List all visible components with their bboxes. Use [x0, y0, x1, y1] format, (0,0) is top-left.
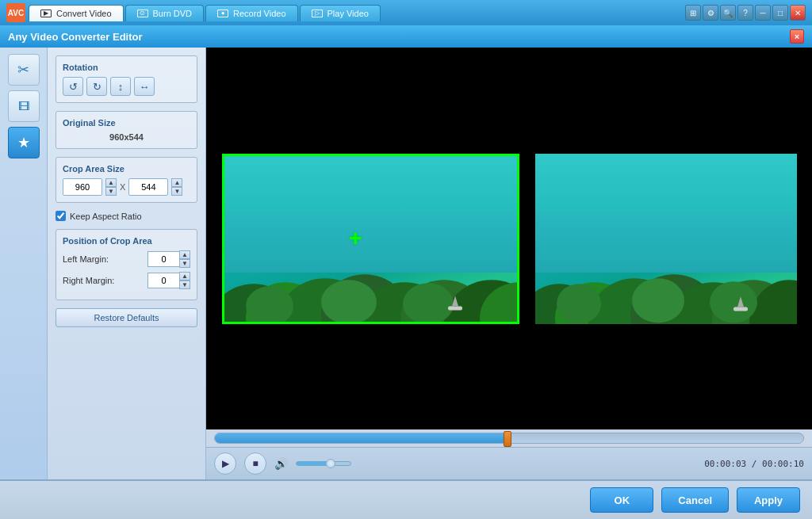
toolbar-btn-2[interactable]: ⚙ [703, 5, 718, 21]
flip-horizontal-button[interactable]: ↔ [134, 77, 155, 96]
keep-aspect-label: Keep Aspect Ratio [70, 212, 142, 221]
burn-dvd-icon: ⊙ [137, 10, 148, 17]
preview-area: + [206, 48, 812, 479]
rotation-buttons: ↺ ↻ ↕ ↔ [63, 77, 190, 96]
bottom-bar: OK Cancel Apply [0, 479, 812, 519]
sidebar-icon-scissors[interactable]: ✂ [8, 54, 40, 86]
crop-area-label: Crop Area Size [63, 164, 190, 174]
volume-slider[interactable] [296, 461, 351, 466]
title-tabs: ▶ Convert Video ⊙ Burn DVD ● Record Vide… [29, 5, 682, 21]
play-button[interactable]: ▶ [214, 452, 236, 475]
tab-play-video[interactable]: ▷ Play Video [300, 5, 381, 21]
scrubber-fill [215, 433, 509, 443]
controls-bar: ▶ ■ 🔊 00:00:03 / 00:00:10 [206, 447, 812, 479]
right-margin-input-group: ▲ ▼ [147, 272, 190, 289]
keep-aspect-row: Keep Aspect Ratio [56, 211, 197, 221]
rotate-left-button[interactable]: ↺ [63, 77, 83, 96]
original-size-group: Original Size 960x544 [56, 111, 197, 149]
left-margin-row: Left Margin: ▲ ▼ [63, 250, 190, 268]
scrubber-thumb[interactable] [504, 431, 511, 447]
title-bar: AVC ▶ Convert Video ⊙ Burn DVD ● Record … [0, 0, 812, 25]
sidebar-icon-film[interactable]: 🎞 [8, 90, 40, 122]
left-margin-up[interactable]: ▲ [179, 250, 190, 259]
svg-point-20 [557, 284, 601, 323]
video-preview: + [206, 48, 812, 429]
toolbar-btn-3[interactable]: 🔍 [720, 5, 736, 21]
rotation-group: Rotation ↺ ↻ ↕ ↔ [56, 55, 197, 103]
right-margin-up[interactable]: ▲ [179, 272, 190, 280]
crop-height-input[interactable] [128, 178, 168, 196]
original-size-value: 960x544 [63, 132, 190, 142]
crop-height-down[interactable]: ▼ [171, 187, 182, 196]
crop-width-up[interactable]: ▲ [105, 178, 117, 187]
right-margin-down[interactable]: ▼ [179, 280, 190, 289]
minimize-button[interactable]: ─ [755, 5, 771, 21]
crop-area-inputs: ▲ ▼ X ▲ ▼ [63, 178, 190, 196]
record-video-icon: ● [217, 10, 228, 17]
left-margin-spinner[interactable]: ▲ ▼ [179, 250, 190, 268]
restore-defaults-button[interactable]: Restore Defaults [56, 308, 197, 327]
settings-panel: Rotation ↺ ↻ ↕ ↔ Original Size 960x544 C… [48, 48, 206, 479]
right-margin-label: Right Margin: [63, 276, 126, 285]
window-controls: ⊞ ⚙ 🔍 ? ─ □ ✕ [685, 5, 806, 21]
crop-x-separator: X [120, 182, 125, 192]
left-margin-label: Left Margin: [63, 254, 126, 264]
right-margin-row: Right Margin: ▲ ▼ [63, 272, 190, 289]
toolbar-btn-4[interactable]: ? [737, 5, 753, 21]
dialog-close-button[interactable]: × [790, 29, 804, 44]
ok-button[interactable]: OK [590, 487, 653, 513]
preview-right [535, 154, 797, 324]
play-video-icon: ▷ [312, 10, 323, 17]
flip-vertical-button[interactable]: ↕ [110, 77, 131, 96]
preview-frame-left: + [222, 154, 519, 324]
close-window-button[interactable]: ✕ [790, 5, 806, 21]
scrubber-area [206, 429, 812, 447]
stop-button[interactable]: ■ [244, 452, 266, 475]
crop-area-group: Crop Area Size ▲ ▼ X ▲ ▼ [56, 157, 197, 203]
dialog-title-bar: Any Video Converter Editor × [0, 25, 812, 48]
preview-frame-right [535, 154, 797, 324]
left-margin-down[interactable]: ▼ [179, 259, 190, 268]
trees-svg-right [535, 239, 797, 324]
dialog-title-text: Any Video Converter Editor [8, 31, 143, 43]
convert-video-icon: ▶ [40, 10, 52, 17]
app-logo: AVC [6, 3, 25, 22]
position-group: Position of Crop Area Left Margin: ▲ ▼ R… [56, 229, 197, 300]
crop-crosshair: + [349, 226, 362, 251]
right-margin-input[interactable] [147, 273, 179, 288]
maximize-button[interactable]: □ [772, 5, 788, 21]
apply-button[interactable]: Apply [737, 487, 800, 513]
svg-point-21 [632, 278, 684, 322]
original-size-label: Original Size [63, 118, 190, 128]
position-label: Position of Crop Area [63, 236, 190, 246]
tab-record-video[interactable]: ● Record Video [205, 5, 297, 21]
left-sidebar: ✂ 🎞 ★ [0, 48, 48, 479]
tab-convert-video[interactable]: ▶ Convert Video [29, 5, 124, 21]
crop-width-input[interactable] [63, 178, 102, 196]
svg-point-22 [710, 281, 757, 322]
time-display: 00:00:03 / 00:00:10 [704, 459, 804, 469]
left-margin-input-group: ▲ ▼ [147, 250, 190, 268]
crop-width-spinner[interactable]: ▲ ▼ [105, 178, 117, 196]
scrubber-track[interactable] [214, 433, 804, 444]
rotation-label: Rotation [63, 63, 190, 72]
toolbar-btn-1[interactable]: ⊞ [685, 5, 701, 21]
keep-aspect-checkbox[interactable] [56, 211, 66, 221]
crop-width-down[interactable]: ▼ [105, 187, 117, 196]
right-margin-spinner[interactable]: ▲ ▼ [179, 272, 190, 289]
content-area: ✂ 🎞 ★ Rotation ↺ ↻ ↕ ↔ Original Size 960… [0, 48, 812, 479]
rotate-right-button[interactable]: ↻ [86, 77, 107, 96]
main-window: Any Video Converter Editor × ✂ 🎞 ★ Rotat… [0, 25, 812, 519]
left-margin-input[interactable] [147, 251, 179, 267]
volume-icon: 🔊 [274, 457, 288, 470]
tab-burn-dvd[interactable]: ⊙ Burn DVD [125, 5, 205, 21]
svg-rect-23 [733, 307, 748, 311]
volume-thumb[interactable] [326, 459, 335, 468]
crop-height-up[interactable]: ▲ [171, 178, 182, 187]
sidebar-icon-effects[interactable]: ★ [8, 127, 40, 158]
preview-left: + [222, 154, 519, 324]
cancel-button[interactable]: Cancel [661, 487, 729, 513]
crop-border [222, 154, 519, 324]
crop-height-spinner[interactable]: ▲ ▼ [171, 178, 182, 196]
